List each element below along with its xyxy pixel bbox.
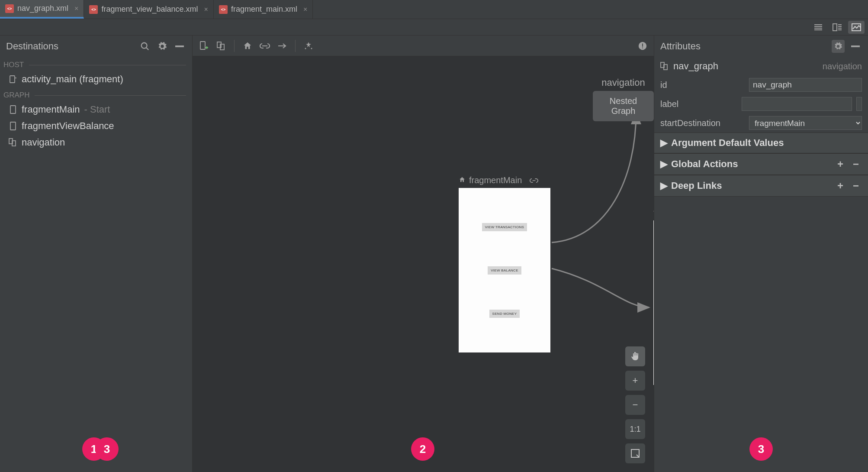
- xml-file-icon: [89, 5, 98, 14]
- section-global-actions[interactable]: ▶ Global Actions + −: [654, 153, 868, 175]
- tab-bar: nav_graph.xml × fragment_view_balance.xm…: [0, 0, 868, 19]
- zoom-out-icon[interactable]: −: [625, 395, 645, 415]
- new-destination-icon[interactable]: [197, 39, 211, 53]
- attr-select-start-destination[interactable]: fragmentMain: [749, 116, 862, 130]
- tab-fragment-main[interactable]: fragment_main.xml ×: [214, 0, 313, 19]
- svg-rect-16: [642, 47, 643, 48]
- auto-arrange-icon[interactable]: [302, 39, 315, 53]
- graph-item-fragment-view-balance[interactable]: fragmentViewBalance: [0, 118, 192, 134]
- graph-item-fragment-main[interactable]: fragmentMain - Start: [0, 101, 192, 118]
- nested-graph-icon[interactable]: [214, 39, 228, 53]
- fragment-main-node[interactable]: fragmentMain VIEW TRANSACTIONS VIEW BALA…: [459, 175, 550, 352]
- attributes-type-kind: navigation: [823, 61, 862, 71]
- host-item-activity-main[interactable]: activity_main (fragment): [0, 71, 192, 87]
- attributes-panel: Attributes nav_graph navigation id label: [654, 36, 868, 472]
- link-icon: [530, 175, 538, 185]
- close-icon[interactable]: ×: [74, 5, 78, 13]
- svg-rect-0: [833, 24, 837, 31]
- tab-label: fragment_main.xml: [231, 5, 297, 14]
- graph-item-label: fragmentViewBalance: [22, 120, 114, 132]
- attributes-type-name: nav_graph: [673, 61, 718, 72]
- close-icon[interactable]: ×: [303, 6, 307, 13]
- action-arrow-icon[interactable]: [275, 39, 289, 53]
- tab-label: fragment_view_balance.xml: [101, 5, 198, 14]
- search-icon[interactable]: [138, 40, 151, 53]
- destinations-panel: Destinations HOST activity_main (fragmen…: [0, 36, 193, 472]
- svg-point-13: [305, 48, 306, 49]
- attr-key-id: id: [660, 80, 745, 90]
- zoom-fit-icon[interactable]: [625, 443, 645, 463]
- remove-icon[interactable]: −: [850, 158, 862, 170]
- link-icon[interactable]: [258, 39, 272, 53]
- svg-point-2: [141, 43, 147, 48]
- attr-row-start-destination: startDestination fragmentMain: [654, 113, 868, 133]
- add-icon[interactable]: +: [834, 180, 846, 192]
- annotation-marker-2: 2: [411, 437, 434, 461]
- fragment-main-header: fragmentMain: [459, 175, 550, 185]
- view-switch-bar: [0, 19, 868, 36]
- attributes-title: Attributes: [660, 41, 827, 52]
- svg-rect-4: [10, 76, 15, 83]
- minimize-icon[interactable]: [173, 40, 186, 53]
- preview-button-send-money: SEND MONEY: [489, 310, 520, 318]
- close-icon[interactable]: ×: [204, 6, 208, 13]
- tab-fragment-view-balance[interactable]: fragment_view_balance.xml ×: [84, 0, 213, 19]
- home-icon[interactable]: [241, 39, 254, 53]
- fragment-icon: [9, 122, 17, 130]
- action-arrows: [193, 56, 654, 472]
- activity-icon: [9, 75, 17, 84]
- attributes-type-bar: nav_graph navigation: [654, 57, 868, 75]
- pan-tool-icon[interactable]: [625, 346, 645, 366]
- remove-icon[interactable]: −: [850, 180, 862, 192]
- destinations-header: Destinations: [0, 36, 192, 57]
- annotation-marker-3: 3: [95, 437, 119, 461]
- add-icon[interactable]: +: [834, 158, 846, 170]
- attr-input-label[interactable]: [742, 97, 852, 111]
- gear-icon[interactable]: [832, 40, 845, 53]
- lock-slot-icon[interactable]: [856, 97, 862, 111]
- host-item-label: activity_main (fragment): [22, 74, 123, 85]
- graph-item-label: fragmentMain: [22, 104, 80, 115]
- tab-nav-graph[interactable]: nav_graph.xml ×: [0, 0, 84, 19]
- section-argument-default-values[interactable]: ▶ Argument Default Values: [654, 133, 868, 153]
- fragment-main-preview: VIEW TRANSACTIONS VIEW BALANCE SEND MONE…: [459, 188, 550, 352]
- gear-icon[interactable]: [156, 40, 169, 53]
- svg-rect-9: [200, 42, 205, 49]
- zoom-controls: + − 1:1: [625, 346, 645, 463]
- attr-input-id[interactable]: [749, 78, 862, 92]
- nested-graph-node[interactable]: navigation Nested Graph: [593, 77, 654, 121]
- graph-section-label: GRAPH: [0, 87, 192, 101]
- svg-rect-19: [851, 45, 860, 47]
- host-section-label: HOST: [0, 57, 192, 71]
- fragment-main-title: fragmentMain: [469, 175, 522, 185]
- fragment-icon: [9, 105, 17, 114]
- tab-label: nav_graph.xml: [17, 4, 68, 13]
- section-label: Global Actions: [671, 158, 738, 170]
- zoom-in-icon[interactable]: +: [625, 371, 645, 391]
- warning-icon[interactable]: [636, 39, 649, 53]
- svg-point-12: [311, 48, 312, 49]
- code-view-icon[interactable]: [810, 21, 826, 34]
- section-label: Deep Links: [671, 180, 722, 191]
- minimize-icon[interactable]: [849, 40, 862, 53]
- svg-rect-5: [10, 106, 16, 113]
- main-area: Destinations HOST activity_main (fragmen…: [0, 36, 868, 472]
- attr-key-start-destination: startDestination: [660, 118, 745, 128]
- attr-row-label: label: [654, 94, 868, 113]
- zoom-reset-icon[interactable]: 1:1: [625, 419, 645, 439]
- fragment-view-balance-node[interactable]: fragmentViewBala... $1: [653, 208, 654, 385]
- graph-item-label: navigation: [22, 137, 65, 148]
- split-view-icon[interactable]: [829, 21, 845, 34]
- fragment-view-balance-preview: $1: [653, 220, 654, 385]
- nested-graph-icon: [9, 138, 17, 147]
- fragment-view-balance-title: fragmentViewBala...: [653, 208, 654, 218]
- chevron-right-icon: ▶: [660, 158, 668, 170]
- section-deep-links[interactable]: ▶ Deep Links + −: [654, 175, 868, 197]
- design-view-icon[interactable]: [848, 21, 865, 34]
- graph-canvas[interactable]: navigation Nested Graph fragmentMain VIE…: [193, 56, 654, 472]
- preview-button-view-balance: VIEW BALANCE: [488, 266, 521, 275]
- graph-item-navigation[interactable]: navigation: [0, 134, 192, 151]
- attr-row-id: id: [654, 75, 868, 94]
- fragment-view-balance-header: fragmentViewBala...: [653, 208, 654, 218]
- chevron-right-icon: ▶: [660, 180, 668, 191]
